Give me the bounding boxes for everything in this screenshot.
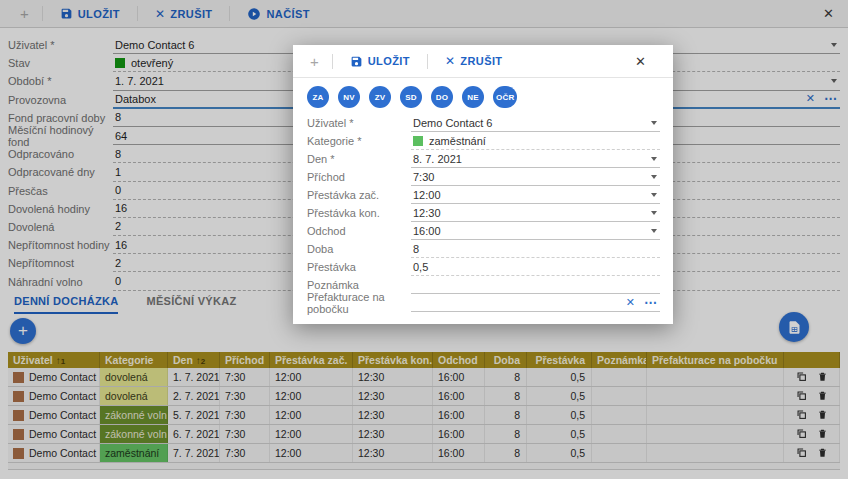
- modal-save-label: ULOŽIT: [368, 55, 410, 67]
- color-swatch: [413, 136, 423, 146]
- modal-field-value[interactable]: [411, 276, 660, 294]
- category-shortcut-chips: ZANVZVSDDONEOČR: [293, 78, 673, 112]
- field-label: Přestávka zač.: [307, 186, 411, 204]
- modal-field-value[interactable]: 7:30: [411, 168, 660, 186]
- category-chip-zv[interactable]: ZV: [369, 86, 391, 108]
- attendance-app-window: + ULOŽIT ✕ ZRUŠIT NAČÍST ✕ Uživatel *Dem…: [0, 0, 848, 479]
- modal-field-row: Kategorie *zaměstnání: [307, 132, 660, 150]
- field-label: Odchod: [307, 222, 411, 240]
- field-label: Kategorie *: [307, 132, 411, 150]
- modal-field-value[interactable]: 12:00: [411, 186, 660, 204]
- modal-field-row: Odchod16:00: [307, 222, 660, 240]
- category-chip-nv[interactable]: NV: [338, 86, 360, 108]
- field-value-text: 12:30: [413, 207, 441, 219]
- modal-field-row: Den *8. 7. 2021: [307, 150, 660, 168]
- field-value-text: 8: [413, 243, 419, 255]
- category-chip-ne[interactable]: NE: [462, 86, 484, 108]
- modal-field-value[interactable]: 8: [411, 240, 660, 258]
- field-value-text: zaměstnání: [429, 135, 486, 147]
- modal-field-row: Příchod7:30: [307, 168, 660, 186]
- clear-icon[interactable]: ✕: [626, 296, 635, 309]
- modal-add-button-disabled[interactable]: +: [306, 53, 323, 70]
- category-chip-za[interactable]: ZA: [307, 86, 329, 108]
- dropdown-arrow-icon[interactable]: [651, 229, 657, 233]
- modal-field-row: Doba8: [307, 240, 660, 258]
- save-icon: [350, 55, 363, 68]
- modal-cancel-label: ZRUŠIT: [460, 55, 502, 67]
- modal-field-value[interactable]: 16:00: [411, 222, 660, 240]
- modal-field-value[interactable]: zaměstnání: [411, 132, 660, 150]
- field-value-text: 7:30: [413, 171, 434, 183]
- toolbar-divider: [427, 54, 428, 69]
- cancel-icon: ✕: [445, 54, 455, 68]
- field-label: Uživatel *: [307, 114, 411, 132]
- modal-field-value[interactable]: Demo Contact 6: [411, 114, 660, 132]
- modal-field-row: Přefakturace na pobočku✕⋯: [307, 294, 660, 312]
- modal-toolbar: + ULOŽIT ✕ ZRUŠIT ✕: [293, 45, 673, 78]
- modal-field-row: Uživatel *Demo Contact 6: [307, 114, 660, 132]
- field-value-text: Demo Contact 6: [413, 117, 492, 129]
- modal-field-row: Přestávka zač.12:00: [307, 186, 660, 204]
- field-value-text: 8. 7. 2021: [413, 153, 462, 165]
- modal-field-value[interactable]: 8. 7. 2021: [411, 150, 660, 168]
- toolbar-divider: [332, 54, 333, 69]
- modal-form: Uživatel *Demo Contact 6Kategorie *zaměs…: [293, 112, 673, 312]
- category-chip-do[interactable]: DO: [431, 86, 453, 108]
- modal-cancel-button[interactable]: ✕ ZRUŠIT: [445, 54, 503, 68]
- more-icon[interactable]: ⋯: [644, 298, 658, 308]
- modal-field-row: Přestávka0,5: [307, 258, 660, 276]
- modal-field-value[interactable]: ✕⋯: [411, 294, 660, 312]
- field-label: Doba: [307, 240, 411, 258]
- field-label: Přefakturace na pobočku: [307, 294, 411, 312]
- attendance-record-dialog: + ULOŽIT ✕ ZRUŠIT ✕ ZANVZVSDDONEOČR Uživ…: [293, 45, 673, 324]
- modal-field-row: Přestávka kon.12:30: [307, 204, 660, 222]
- field-value-text: 0,5: [413, 261, 428, 273]
- dropdown-arrow-icon[interactable]: [651, 121, 657, 125]
- modal-close-icon[interactable]: ✕: [635, 54, 646, 69]
- dropdown-arrow-icon[interactable]: [651, 157, 657, 161]
- field-label: Přestávka: [307, 258, 411, 276]
- dropdown-arrow-icon[interactable]: [651, 211, 657, 215]
- category-chip-očr[interactable]: OČR: [493, 86, 517, 108]
- modal-field-value[interactable]: 0,5: [411, 258, 660, 276]
- category-chip-sd[interactable]: SD: [400, 86, 422, 108]
- field-label: Den *: [307, 150, 411, 168]
- field-value-text: 12:00: [413, 189, 441, 201]
- field-label: Příchod: [307, 168, 411, 186]
- field-label: Přestávka kon.: [307, 204, 411, 222]
- dropdown-arrow-icon[interactable]: [651, 193, 657, 197]
- field-value-text: 16:00: [413, 225, 441, 237]
- field-trailing-icons: ✕⋯: [626, 294, 658, 311]
- dropdown-arrow-icon[interactable]: [651, 175, 657, 179]
- modal-save-button[interactable]: ULOŽIT: [350, 55, 410, 68]
- modal-field-value[interactable]: 12:30: [411, 204, 660, 222]
